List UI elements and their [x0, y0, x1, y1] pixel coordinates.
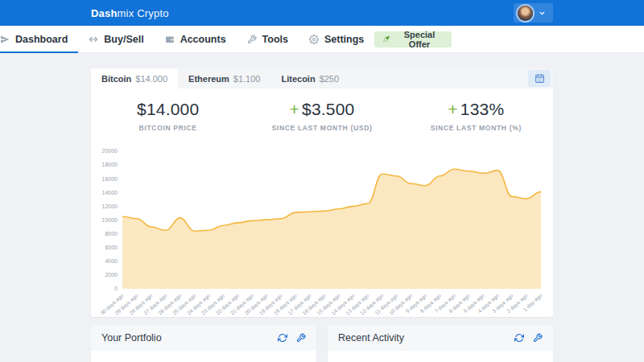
- main-nav: Dashboard Buy/Sell Accounts Tools Settin…: [0, 26, 644, 53]
- chevron-down-icon: [539, 10, 546, 17]
- bottom-row: Your Portfolio Recent Activity: [91, 325, 553, 362]
- brand-rest: mix Crypto: [118, 7, 169, 19]
- user-menu-button[interactable]: [514, 3, 553, 23]
- stat-label: BITCOIN PRICE: [91, 124, 245, 132]
- special-offer-button[interactable]: Special Offer: [374, 31, 452, 47]
- svg-text:14000: 14000: [102, 190, 118, 195]
- tab-ethereum[interactable]: Ethereum $1.100: [178, 68, 270, 88]
- wrench-icon: [296, 333, 306, 343]
- refresh-icon: [278, 333, 287, 343]
- brand[interactable]: Dashmix Crypto: [91, 7, 169, 19]
- tab-coin-name: Bitcoin: [101, 74, 131, 84]
- svg-text:6000: 6000: [105, 245, 118, 250]
- nav-item-dashboard[interactable]: Dashboard: [0, 26, 78, 52]
- calendar-icon: [535, 73, 545, 84]
- refresh-button[interactable]: [514, 333, 524, 343]
- calendar-button[interactable]: [528, 70, 551, 87]
- card-settings-button[interactable]: [296, 333, 306, 343]
- stat-value: +133%: [399, 100, 553, 119]
- portfolio-card-body: [91, 351, 316, 362]
- topbar: Dashmix Crypto: [0, 0, 644, 26]
- recent-activity-card-body: [328, 351, 553, 362]
- wrench-icon: [247, 35, 257, 44]
- tab-coin-price: $250: [320, 74, 339, 84]
- stat-change-pct: +133% SINCE LAST MONTH (%): [399, 100, 553, 132]
- nav-item-tools[interactable]: Tools: [237, 26, 299, 52]
- stat-label: SINCE LAST MONTH (USD): [245, 124, 398, 132]
- nav-item-label: Buy/Sell: [104, 34, 143, 45]
- svg-text:0: 0: [114, 286, 118, 291]
- tab-coin-price: $14.000: [135, 74, 167, 84]
- svg-text:2000: 2000: [105, 272, 118, 278]
- plus-sign: +: [448, 100, 457, 118]
- price-chart: 0200040006000800010000120001400016000180…: [91, 144, 553, 317]
- svg-text:20000: 20000: [102, 148, 118, 154]
- nav-item-label: Accounts: [180, 34, 226, 45]
- content: Bitcoin $14.000 Ethereum $1.100 Litecoin…: [0, 68, 644, 362]
- price-chart-svg: 0200040006000800010000120001400016000180…: [91, 144, 553, 317]
- nav-item-label: Settings: [324, 34, 364, 45]
- nav-item-label: Dashboard: [15, 34, 68, 45]
- gear-icon: [309, 35, 319, 44]
- rocket-icon: [382, 35, 390, 43]
- tab-litecoin[interactable]: Litecoin $250: [270, 68, 349, 88]
- refresh-icon: [514, 333, 524, 343]
- svg-text:8000: 8000: [105, 231, 118, 237]
- stat-change-usd: +$3.500 SINCE LAST MONTH (USD): [245, 100, 398, 132]
- nav-item-buy-sell[interactable]: Buy/Sell: [78, 26, 154, 52]
- send-icon: [0, 35, 10, 44]
- refresh-button[interactable]: [278, 333, 287, 343]
- nav-item-label: Tools: [262, 34, 288, 45]
- svg-text:4000: 4000: [105, 258, 118, 264]
- recent-activity-card-header: Recent Activity: [328, 325, 553, 351]
- card-title: Your Portfolio: [101, 332, 162, 343]
- tab-coin-price: $1.100: [233, 74, 261, 84]
- card-title: Recent Activity: [338, 332, 404, 343]
- stat-label: SINCE LAST MONTH (%): [399, 124, 553, 132]
- svg-text:16000: 16000: [102, 176, 118, 182]
- special-offer-label: Special Offer: [395, 30, 444, 49]
- stats-row: $14.000 BITCOIN PRICE +$3.500 SINCE LAST…: [91, 88, 553, 144]
- brand-bold: Dash: [91, 7, 118, 19]
- svg-text:12000: 12000: [102, 204, 118, 209]
- nav-item-settings[interactable]: Settings: [299, 26, 374, 52]
- nav-item-accounts[interactable]: Accounts: [155, 26, 237, 52]
- stat-value: +$3.500: [245, 100, 398, 119]
- portfolio-card-header: Your Portfolio: [91, 325, 316, 351]
- svg-text:10000: 10000: [102, 217, 118, 223]
- plus-sign: +: [290, 100, 299, 118]
- stat-bitcoin-price: $14.000 BITCOIN PRICE: [91, 100, 245, 132]
- stat-value: $14.000: [91, 100, 245, 119]
- tab-coin-name: Ethereum: [188, 74, 229, 84]
- portfolio-card: Your Portfolio: [91, 325, 316, 362]
- tab-bitcoin[interactable]: Bitcoin $14.000: [91, 68, 178, 88]
- wallet-icon: [165, 35, 175, 44]
- coin-tabs: Bitcoin $14.000 Ethereum $1.100 Litecoin…: [91, 68, 553, 88]
- swap-icon: [89, 35, 98, 44]
- card-settings-button[interactable]: [533, 333, 543, 343]
- wrench-icon: [533, 333, 543, 343]
- tab-coin-name: Litecoin: [281, 74, 315, 84]
- crypto-overview-card: Bitcoin $14.000 Ethereum $1.100 Litecoin…: [91, 68, 553, 317]
- svg-text:18000: 18000: [102, 162, 118, 167]
- avatar: [518, 6, 533, 21]
- recent-activity-card: Recent Activity: [328, 325, 553, 362]
